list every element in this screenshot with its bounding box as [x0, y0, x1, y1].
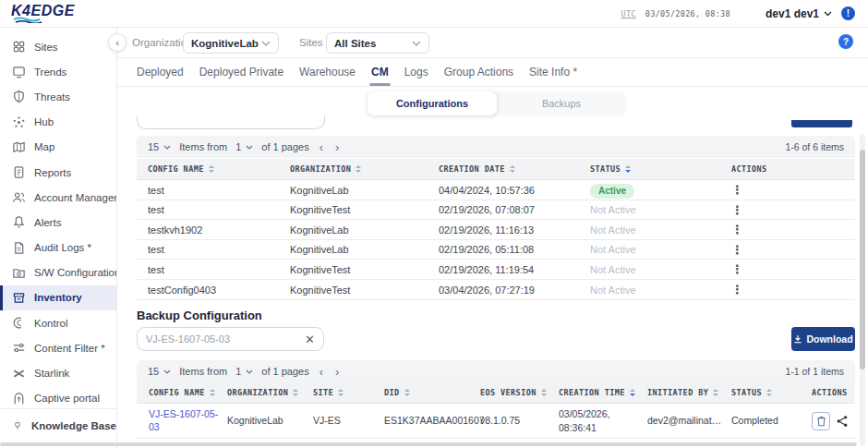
help-icon[interactable]: ? — [838, 34, 853, 49]
row-actions-menu-icon[interactable]: ⋮ — [731, 224, 855, 236]
sidebar-item-map[interactable]: Map — [0, 135, 116, 160]
creation-date-cell: 04/04/2024, 10:57:36 — [439, 185, 590, 196]
sidebar-item-content-filter[interactable]: Content Filter * — [0, 335, 116, 360]
status-cell: Completed — [731, 414, 812, 427]
tab-deployed[interactable]: Deployed — [137, 58, 184, 86]
tab-logs[interactable]: Logs — [404, 58, 428, 86]
items-from-label: Items from — [179, 366, 227, 377]
vertical-scrollbar-thumb[interactable] — [860, 150, 865, 369]
sidebar-item-captive-portal[interactable]: Captive portal — [0, 386, 116, 409]
config-name-cell: testkvh1902 — [148, 224, 290, 236]
table-row[interactable]: testConfig0403 KognitiveTest 03/04/2026,… — [137, 280, 855, 300]
next-page-button[interactable]: › — [333, 366, 341, 378]
sidebar-collapse-button[interactable]: ‹ — [108, 33, 127, 52]
share-icon[interactable] — [836, 415, 849, 428]
subtab-backups[interactable]: Backups — [497, 91, 626, 115]
sidebar-item-starlink[interactable]: Starlink — [0, 360, 116, 385]
sort-icon[interactable] — [209, 165, 214, 173]
sidebar-item-reports[interactable]: Reports — [0, 160, 116, 185]
table-row[interactable]: VJ-ES-1607-05-03 KognitiveLab VJ-ES ES1K… — [137, 404, 855, 439]
sidebar-item-label: S/W Configuration — [34, 267, 116, 278]
sidebar-item-audit-logs[interactable]: Audit Logs * — [0, 236, 116, 260]
next-page-button[interactable]: › — [333, 141, 341, 153]
config-name-cell: test — [148, 264, 290, 275]
status-cell: Not Active — [590, 204, 731, 215]
sidebar-item-hub[interactable]: Hub — [0, 110, 116, 135]
sort-icon[interactable] — [713, 389, 718, 396]
column-header: ORGANIZATION — [290, 164, 439, 174]
prev-page-button[interactable]: ‹ — [318, 141, 325, 153]
row-actions-menu-icon[interactable]: ⋮ — [731, 263, 855, 275]
backup-search-input[interactable] — [146, 333, 305, 345]
page-select[interactable]: 1 — [235, 141, 253, 152]
sort-icon[interactable] — [766, 389, 772, 396]
sort-icon-active[interactable] — [625, 165, 631, 173]
sort-icon-active[interactable] — [630, 389, 635, 396]
sidebar-item-sw-configuration[interactable]: S/W Configuration — [0, 260, 116, 285]
config-name-cell: test — [148, 185, 290, 196]
primary-action-button[interactable] — [791, 120, 852, 127]
horizontal-scrollbar[interactable] — [0, 442, 857, 446]
download-button[interactable]: Download — [791, 327, 855, 351]
sort-icon[interactable] — [541, 389, 547, 396]
sort-icon[interactable] — [210, 389, 215, 396]
sidebar-item-sites[interactable]: Sites — [0, 34, 116, 59]
shield-icon — [12, 90, 26, 103]
row-actions-menu-icon[interactable]: ⋮ — [731, 204, 855, 216]
column-header: ORGANIZATION — [227, 388, 313, 397]
sort-icon[interactable] — [356, 165, 361, 173]
portal-icon — [12, 392, 26, 406]
subtab-configurations[interactable]: Configurations — [368, 91, 497, 115]
column-header: STATUS — [590, 164, 731, 174]
table-row[interactable]: test KognitiveLab 02/19/2026, 05:11:08 N… — [137, 240, 855, 260]
app-logo[interactable]: K4EDGE — [11, 4, 75, 23]
sidebar-item-knowledge-base[interactable]: Knowledge Base — [0, 408, 116, 442]
tab-group-actions[interactable]: Group Actions — [444, 58, 513, 86]
table-row[interactable]: testkvh1902 KognitiveLab 02/19/2026, 11:… — [137, 220, 855, 240]
sort-icon[interactable] — [338, 389, 344, 396]
tab-warehouse[interactable]: Warehouse — [299, 58, 356, 86]
sidebar-item-label: Threats — [34, 91, 70, 103]
user-badge-icon[interactable]: ! — [841, 6, 855, 20]
pagination-bar: 15 Items from 1 of 1 pages ‹ › 1-6 of 6 … — [137, 136, 855, 158]
page-size-select[interactable]: 15 — [148, 141, 171, 152]
user-name: dev1 dev1 — [766, 7, 819, 20]
table-row[interactable]: test KognitiveTest 02/19/2026, 07:08:07 … — [137, 200, 855, 220]
config-search-input[interactable] — [137, 115, 325, 129]
sidebar-item-trends[interactable]: Trends — [0, 59, 116, 84]
row-actions-menu-icon[interactable]: ⋮ — [731, 244, 855, 256]
table-row[interactable]: test KognitiveTest 02/19/2026, 11:19:54 … — [137, 260, 855, 280]
sidebar-item-alerts[interactable]: Alerts — [0, 210, 116, 235]
prev-page-button[interactable]: ‹ — [318, 366, 325, 378]
page-size-select[interactable]: 15 — [148, 366, 171, 377]
delete-backup-button[interactable] — [812, 412, 830, 430]
tab-cm[interactable]: CM — [371, 58, 389, 86]
row-actions-menu-icon[interactable]: ⋮ — [731, 284, 855, 296]
organization-cell: KognitiveTest — [290, 264, 439, 275]
user-menu[interactable]: dev1 dev1 — [766, 7, 832, 20]
table-row[interactable]: test KognitiveLab 04/04/2024, 10:57:36 A… — [137, 180, 855, 200]
sites-select[interactable]: All Sites — [326, 32, 429, 54]
sites-value: All Sites — [334, 38, 376, 49]
sidebar-item-threats[interactable]: Threats — [0, 84, 116, 109]
creation-date-cell: 02/19/2026, 11:19:54 — [439, 264, 590, 275]
utc-label[interactable]: UTC — [621, 9, 636, 18]
tab-deployed-private[interactable]: Deployed Private — [199, 58, 283, 86]
page-select[interactable]: 1 — [235, 366, 253, 377]
sort-icon[interactable] — [510, 165, 515, 173]
folder-gear-icon — [12, 266, 26, 280]
download-label: Download — [806, 333, 852, 345]
monitor-icon — [12, 65, 26, 79]
status-cell: Not Active — [590, 264, 731, 275]
organization-select[interactable]: KognitiveLab — [183, 32, 279, 54]
sidebar-item-inventory[interactable]: Inventory — [0, 285, 116, 310]
sidebar-item-kontrol[interactable]: Kontrol — [0, 310, 116, 335]
sort-icon[interactable] — [293, 389, 298, 396]
clear-search-icon[interactable]: ✕ — [305, 333, 315, 345]
sidebar: Sites Trends Threats Hub Map Reports — [0, 28, 117, 448]
tab-site-info[interactable]: Site Info * — [529, 58, 577, 86]
sidebar-item-account-management[interactable]: Account Management — [0, 185, 116, 210]
row-actions-menu-icon[interactable]: ⋮ — [731, 184, 855, 196]
sort-icon[interactable] — [404, 389, 410, 396]
backup-config-link[interactable]: VJ-ES-1607-05-03 — [149, 408, 227, 433]
